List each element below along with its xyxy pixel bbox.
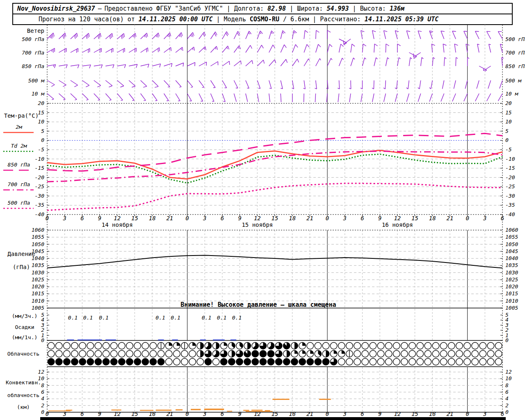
svg-text:0.1: 0.1 xyxy=(155,315,165,321)
svg-text:6: 6 xyxy=(361,215,364,221)
svg-text:16 ноября: 16 ноября xyxy=(382,221,413,228)
svg-text:9: 9 xyxy=(378,215,381,221)
svg-text:0: 0 xyxy=(326,411,329,417)
svg-text:Td 2м: Td 2м xyxy=(11,143,27,149)
svg-text:15: 15 xyxy=(131,215,138,221)
svg-text:0: 0 xyxy=(46,411,49,417)
svg-text:15: 15 xyxy=(131,411,138,417)
svg-text:1055: 1055 xyxy=(32,234,44,240)
svg-text:700 гПа: 700 гПа xyxy=(22,50,44,56)
svg-text:0.1: 0.1 xyxy=(232,315,242,321)
svg-text:-25: -25 xyxy=(505,183,515,189)
svg-text:850 гПа: 850 гПа xyxy=(505,63,525,69)
svg-text:3: 3 xyxy=(343,215,347,221)
svg-text:9: 9 xyxy=(238,411,241,417)
svg-text:18: 18 xyxy=(289,215,296,221)
svg-text:0: 0 xyxy=(46,215,49,221)
svg-text:0: 0 xyxy=(326,215,329,221)
svg-text:(км): (км) xyxy=(17,404,30,410)
svg-text:1050: 1050 xyxy=(505,241,518,247)
svg-text:-5: -5 xyxy=(38,146,44,153)
meteogram-screen: Nov_Novosibirsk_29637—Предоставлено ФГБУ… xyxy=(0,0,525,420)
svg-text:3: 3 xyxy=(62,411,66,417)
svg-text:12: 12 xyxy=(505,369,512,375)
svg-text:6: 6 xyxy=(221,411,224,417)
svg-text:1025: 1025 xyxy=(32,276,44,283)
svg-text:-35: -35 xyxy=(505,202,515,208)
svg-text:-10: -10 xyxy=(505,156,515,162)
svg-text:-15: -15 xyxy=(35,165,45,171)
svg-text:0: 0 xyxy=(41,137,44,143)
svg-text:(мм/3ч.): (мм/3ч.) xyxy=(12,313,38,319)
svg-text:(гПа): (гПа) xyxy=(13,264,30,270)
svg-text:12: 12 xyxy=(114,411,121,417)
svg-text:21: 21 xyxy=(166,411,173,417)
svg-text:0.1: 0.1 xyxy=(83,315,93,321)
svg-text:10: 10 xyxy=(505,375,512,381)
svg-text:9: 9 xyxy=(378,411,381,417)
svg-text:21: 21 xyxy=(446,411,453,417)
svg-text:18: 18 xyxy=(429,411,436,417)
svg-text:-10: -10 xyxy=(35,156,45,162)
svg-text:Конвективн.: Конвективн. xyxy=(6,379,41,386)
svg-text:2: 2 xyxy=(41,402,44,409)
svg-text:0: 0 xyxy=(466,215,469,221)
svg-text:0: 0 xyxy=(41,409,44,415)
svg-text:20: 20 xyxy=(38,100,44,106)
svg-text:0: 0 xyxy=(466,411,469,417)
svg-text:700 гПа: 700 гПа xyxy=(505,50,525,56)
svg-text:15 ноября: 15 ноября xyxy=(242,221,273,228)
svg-text:3: 3 xyxy=(203,411,206,417)
svg-text:1040: 1040 xyxy=(505,255,518,261)
svg-text:18: 18 xyxy=(289,411,296,417)
svg-text:18: 18 xyxy=(149,215,156,221)
svg-text:1030: 1030 xyxy=(32,269,44,276)
svg-text:500 гПа: 500 гПа xyxy=(22,36,44,42)
svg-text:3: 3 xyxy=(343,411,347,417)
svg-text:21: 21 xyxy=(446,215,453,221)
svg-text:1055: 1055 xyxy=(505,234,518,240)
svg-text:10: 10 xyxy=(38,119,44,125)
svg-text:0: 0 xyxy=(505,409,509,415)
svg-text:Тем-ра(°C): Тем-ра(°C) xyxy=(4,112,39,119)
svg-text:9: 9 xyxy=(98,411,101,417)
svg-text:20: 20 xyxy=(505,100,512,106)
svg-text:15: 15 xyxy=(38,110,44,116)
svg-text:3: 3 xyxy=(483,215,486,221)
svg-text:Внимание! Высокое давление — ш: Внимание! Высокое давление — шкала смеще… xyxy=(180,301,336,308)
svg-text:9: 9 xyxy=(98,215,101,221)
svg-text:21: 21 xyxy=(306,411,313,417)
svg-text:Давление: Давление xyxy=(7,251,35,257)
svg-text:1050: 1050 xyxy=(32,241,44,247)
svg-text:1010: 1010 xyxy=(505,298,518,304)
svg-text:6: 6 xyxy=(505,389,509,395)
svg-text:12: 12 xyxy=(254,215,261,221)
svg-text:18: 18 xyxy=(429,215,436,221)
svg-text:1015: 1015 xyxy=(505,290,518,297)
svg-text:6: 6 xyxy=(501,215,504,221)
svg-text:3: 3 xyxy=(483,411,486,417)
svg-text:700 гПа: 700 гПа xyxy=(8,181,30,187)
svg-text:12: 12 xyxy=(394,411,401,417)
svg-text:8: 8 xyxy=(505,382,509,388)
svg-text:-40: -40 xyxy=(35,211,45,217)
svg-text:1015: 1015 xyxy=(32,290,44,297)
svg-text:0: 0 xyxy=(41,337,44,343)
svg-text:1060: 1060 xyxy=(32,227,44,233)
svg-text:6: 6 xyxy=(501,411,504,417)
meteogram-canvas: 2020151510105500-5-5-10-10-15-15-20-20-2… xyxy=(0,0,525,420)
svg-text:-30: -30 xyxy=(35,193,45,199)
svg-text:6: 6 xyxy=(221,215,224,221)
svg-text:5: 5 xyxy=(505,128,509,134)
svg-text:15: 15 xyxy=(272,215,278,221)
svg-text:15: 15 xyxy=(411,215,418,221)
svg-text:0: 0 xyxy=(185,215,189,221)
svg-text:0.1: 0.1 xyxy=(68,315,78,321)
svg-text:850 гПа: 850 гПа xyxy=(8,162,30,168)
svg-text:облачность: облачность xyxy=(7,392,39,398)
svg-text:21: 21 xyxy=(166,215,173,221)
svg-text:500 м: 500 м xyxy=(28,78,45,84)
svg-text:6: 6 xyxy=(80,411,84,417)
svg-text:Облачность: Облачность xyxy=(7,351,39,357)
svg-text:1020: 1020 xyxy=(505,283,518,290)
